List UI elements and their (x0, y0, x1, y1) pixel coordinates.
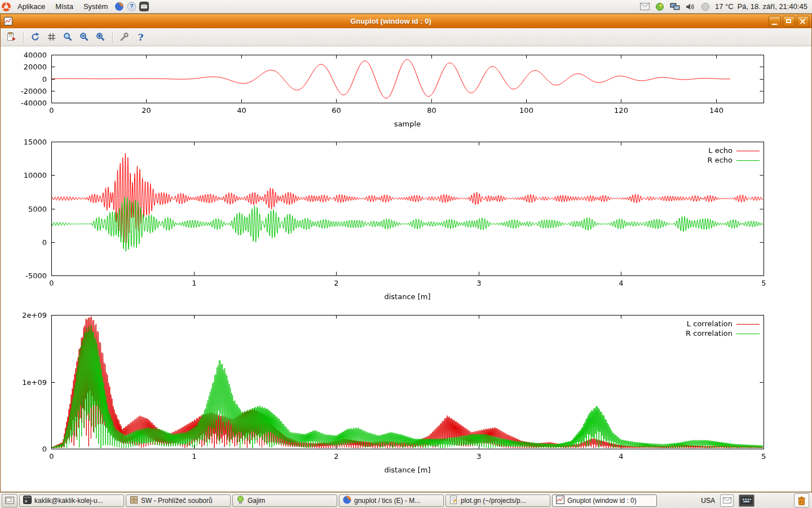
window-title: Gnuplot (window id : 0) (13, 17, 769, 25)
replot-refresh-button[interactable] (28, 30, 42, 44)
terminal-icon (23, 496, 32, 506)
desktop: Aplikace Místa Systém ? (0, 0, 812, 508)
firefox-icon (343, 496, 351, 506)
task-label: kaklik@kaklik-kolej-u... (34, 497, 103, 505)
menu-system[interactable]: Systém (78, 0, 113, 13)
keyboard-layout-indicator[interactable]: USA (701, 497, 715, 505)
task-label: gnuplot / tics (E) - M... (354, 497, 420, 505)
gajim-icon (236, 496, 245, 506)
toolbar-separator (112, 32, 113, 43)
task-button-gnuplot[interactable]: Gnuplot (window id : 0) (552, 494, 657, 507)
titlebar[interactable]: Gnuplot (window id : 0) (1, 14, 811, 28)
file-manager-icon (130, 496, 138, 506)
taskbar: kaklik@kaklik-kolej-u... SW - Prohlížeč … (0, 492, 812, 508)
gnuplot-window: Gnuplot (window id : 0) (0, 14, 812, 492)
trash-applet-icon[interactable] (794, 493, 809, 507)
show-desktop-button[interactable] (2, 494, 17, 507)
task-button-text-editor[interactable]: plot.gn (~/projects/p... (445, 494, 550, 507)
taskbar-right: USA (701, 493, 810, 507)
task-label: Gajim (248, 497, 265, 505)
help-launcher-icon[interactable]: ? (125, 1, 138, 13)
minimize-icon (772, 24, 777, 25)
echo-chart[interactable] (1, 137, 811, 306)
copy-to-clipboard-button[interactable] (5, 30, 19, 44)
temperature-label[interactable]: 17 °C (715, 2, 734, 11)
gnuplot-toolbar: ? (1, 28, 811, 46)
gnuplot-window-icon (3, 16, 13, 27)
keyboard-indicator-icon[interactable] (739, 494, 754, 507)
zoom-previous-button[interactable] (61, 30, 75, 44)
gnuplot-icon (556, 496, 564, 506)
menu-applications[interactable]: Aplikace (12, 0, 50, 13)
task-label: plot.gn (~/projects/p... (461, 497, 526, 505)
tray-mail-box-icon[interactable] (720, 494, 734, 507)
task-label: SW - Prohlížeč souborů (141, 497, 213, 505)
zoom-out-button[interactable] (77, 30, 91, 44)
tray-mail-icon[interactable] (639, 1, 650, 12)
maximize-icon (786, 19, 791, 23)
weather-applet-icon[interactable] (700, 1, 711, 12)
window-controls (769, 16, 809, 27)
tray-session-icon[interactable] (654, 1, 665, 12)
clock-applet[interactable]: Pá, 18. září, 21:40:45 (738, 2, 807, 11)
maximize-button[interactable] (783, 16, 795, 27)
help-icon: ? (138, 32, 144, 43)
svg-text:?: ? (130, 3, 133, 10)
toolbar-separator (23, 32, 24, 43)
task-label: Gnuplot (window id : 0) (567, 497, 637, 505)
zoom-in-button[interactable] (94, 30, 108, 44)
tray-display-icon[interactable] (669, 1, 681, 12)
gnome-panel: Aplikace Místa Systém ? (0, 0, 812, 14)
menu-places[interactable]: Místa (50, 0, 78, 13)
task-button-firefox[interactable]: gnuplot / tics (E) - M... (339, 494, 444, 507)
help-button[interactable]: ? (134, 30, 148, 44)
panel-tray: 17 °C Pá, 18. září, 21:40:45 (639, 1, 812, 12)
ubuntu-menu-icon[interactable] (0, 1, 12, 13)
correlation-chart[interactable] (1, 306, 811, 492)
configure-wrench-button[interactable] (117, 30, 131, 44)
firefox-launcher-icon[interactable] (113, 1, 125, 13)
task-button-gajim[interactable]: Gajim (232, 494, 337, 507)
chirp-signal-chart[interactable] (1, 46, 811, 137)
text-editor-icon (449, 496, 458, 506)
mail-launcher-icon[interactable] (138, 1, 150, 13)
task-button-file-manager[interactable]: SW - Prohlížeč souborů (126, 494, 231, 507)
task-button-terminal[interactable]: kaklik@kaklik-kolej-u... (19, 494, 124, 507)
tray-volume-icon[interactable] (685, 1, 696, 12)
grid-toggle-button[interactable] (45, 30, 59, 44)
close-button[interactable] (797, 16, 809, 27)
minimize-button[interactable] (769, 16, 781, 27)
plot-area (1, 46, 811, 492)
